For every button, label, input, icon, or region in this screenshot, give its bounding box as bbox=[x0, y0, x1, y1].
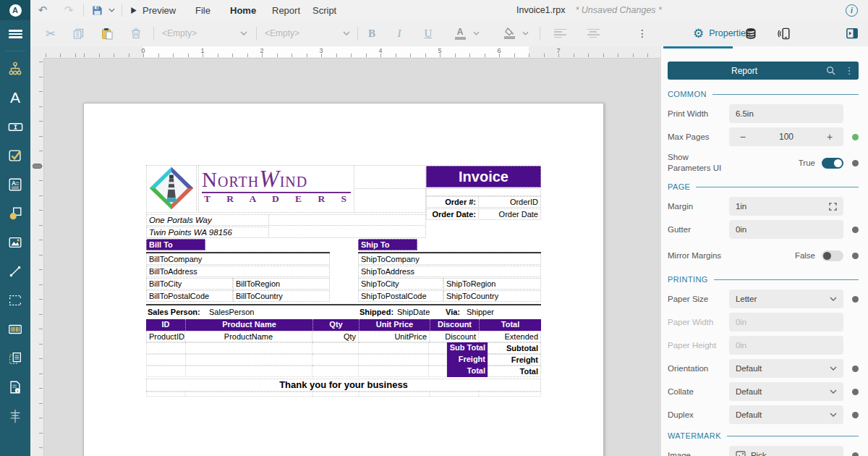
tool-field-list[interactable] bbox=[0, 402, 30, 431]
margin-input[interactable]: 1in bbox=[729, 197, 843, 216]
toolbox-menu-button[interactable] bbox=[0, 20, 30, 48]
duplex-dropdown[interactable]: Default bbox=[729, 405, 843, 424]
bill-to-company-field[interactable]: BillToCompany bbox=[146, 253, 330, 265]
font-color-button[interactable]: A bbox=[450, 23, 470, 43]
mirror-margins-toggle[interactable] bbox=[822, 250, 843, 261]
ship-to-postal-field[interactable]: ShipToPostalCode bbox=[358, 290, 443, 302]
align-left-button[interactable] bbox=[550, 23, 570, 43]
shipper-field[interactable]: Shipper bbox=[467, 308, 494, 316]
sales-person-field[interactable]: SalesPerson bbox=[209, 308, 254, 316]
collate-dropdown[interactable]: Default bbox=[729, 382, 843, 401]
paper-size-dropdown[interactable]: Letter bbox=[729, 290, 843, 308]
paste-button[interactable] bbox=[97, 23, 117, 43]
changed-indicator-dot[interactable] bbox=[852, 134, 859, 140]
header-product-name[interactable]: Product Name bbox=[185, 319, 312, 331]
property-search-button[interactable] bbox=[821, 66, 840, 75]
freight-field[interactable]: Freight bbox=[488, 354, 541, 366]
font-name-dropdown[interactable]: <Empty> bbox=[162, 25, 247, 41]
thank-you-label[interactable]: Thank you for your business bbox=[146, 379, 541, 392]
header-id[interactable]: ID bbox=[146, 319, 185, 331]
align-center-button[interactable] bbox=[583, 23, 603, 43]
ship-to-address-field[interactable]: ShipToAddress bbox=[358, 266, 541, 277]
empty-cell[interactable] bbox=[269, 214, 426, 226]
property-state-dot[interactable] bbox=[852, 412, 859, 418]
property-menu-button[interactable]: ⋮ bbox=[840, 65, 859, 76]
italic-button[interactable]: I bbox=[389, 23, 409, 43]
delete-button[interactable] bbox=[126, 23, 146, 43]
invoice-title[interactable]: Invoice bbox=[426, 166, 541, 187]
extended-field[interactable]: Extended bbox=[479, 331, 541, 342]
bill-to-city-field[interactable]: BillToCity bbox=[146, 278, 233, 290]
ship-to-city-field[interactable]: ShipToCity bbox=[358, 278, 443, 290]
company-address-line1[interactable]: One Portals Way bbox=[146, 214, 269, 226]
bill-to-header[interactable]: Bill To bbox=[146, 239, 205, 250]
preview-button[interactable]: Preview bbox=[127, 0, 179, 20]
property-state-dot[interactable] bbox=[852, 452, 859, 456]
unit-price-field[interactable]: UnitPrice bbox=[359, 331, 430, 342]
more-options-button[interactable]: ⋮ bbox=[632, 23, 652, 43]
empty-cell[interactable] bbox=[426, 188, 541, 196]
tool-label[interactable]: A bbox=[0, 83, 30, 112]
header-total[interactable]: Total bbox=[479, 319, 541, 331]
tool-textbox[interactable] bbox=[0, 112, 30, 141]
section-marker[interactable] bbox=[33, 164, 42, 169]
via-label[interactable]: Via: bbox=[446, 308, 460, 316]
decrement-button[interactable]: − bbox=[729, 131, 757, 143]
bill-to-country-field[interactable]: BillToCountry bbox=[233, 290, 330, 302]
paper-width-input[interactable]: 0in bbox=[729, 313, 843, 332]
order-date-field[interactable]: Order Date bbox=[478, 208, 541, 220]
tab-data[interactable] bbox=[741, 23, 761, 43]
toggle-panel-button[interactable] bbox=[842, 23, 862, 43]
tool-page-break[interactable] bbox=[0, 286, 30, 315]
tool-checkbox[interactable] bbox=[0, 141, 30, 170]
ship-to-country-field[interactable]: ShipToCountry bbox=[443, 290, 541, 302]
product-id-field[interactable]: ProductID bbox=[146, 331, 185, 342]
bold-button[interactable]: B bbox=[362, 23, 382, 43]
header-unit-price[interactable]: Unit Price bbox=[359, 319, 430, 331]
redo-button[interactable]: ↷ bbox=[60, 0, 77, 20]
property-state-dot[interactable] bbox=[852, 160, 859, 166]
brand-textbox[interactable]: NorthWind T R A D E R S bbox=[198, 165, 354, 213]
selected-element-button[interactable]: Report ⋮ bbox=[668, 62, 859, 80]
header-discount[interactable]: Discount bbox=[430, 319, 479, 331]
undo-button[interactable]: ↶ bbox=[34, 0, 51, 20]
fill-color-button[interactable] bbox=[499, 23, 519, 43]
menu-report[interactable]: Report bbox=[269, 0, 303, 20]
font-size-dropdown[interactable]: <Empty> bbox=[265, 25, 350, 41]
info-button[interactable]: i bbox=[846, 4, 858, 17]
report-page[interactable]: NorthWind T R A D E R S Invoice Order #:… bbox=[83, 103, 604, 456]
tool-shape[interactable] bbox=[0, 199, 30, 228]
header-qty[interactable]: Qty bbox=[312, 319, 359, 331]
watermark-image-pick-button[interactable]: Pick... bbox=[729, 446, 843, 456]
bill-to-address-field[interactable]: BillToAddress bbox=[146, 266, 330, 277]
max-pages-value[interactable]: 100 bbox=[757, 132, 816, 142]
property-state-dot[interactable] bbox=[852, 227, 859, 233]
property-state-dot[interactable] bbox=[852, 389, 859, 395]
property-state-dot[interactable] bbox=[852, 253, 859, 259]
print-width-input[interactable]: 6.5in bbox=[729, 104, 843, 123]
empty-cell[interactable] bbox=[269, 227, 426, 238]
tool-subreport[interactable] bbox=[0, 344, 30, 373]
empty-cell[interactable] bbox=[354, 189, 426, 213]
copy-button[interactable] bbox=[68, 23, 88, 43]
subtotal-field[interactable]: Subtotal bbox=[488, 342, 541, 354]
bill-to-postal-field[interactable]: BillToPostalCode bbox=[146, 290, 233, 302]
bill-to-region-field[interactable]: BillToRegion bbox=[233, 278, 330, 290]
sales-person-label[interactable]: Sales Person: bbox=[148, 308, 200, 316]
ship-date-field[interactable]: ShipDate bbox=[397, 308, 430, 316]
product-name-field[interactable]: ProductName bbox=[185, 331, 312, 342]
grand-total-label[interactable]: Total bbox=[447, 366, 488, 377]
increment-button[interactable]: + bbox=[816, 131, 843, 143]
ship-to-region-field[interactable]: ShipToRegion bbox=[443, 278, 541, 290]
font-color-chevron[interactable] bbox=[470, 23, 482, 43]
fill-color-chevron[interactable] bbox=[519, 23, 531, 43]
freight-label[interactable]: Freight bbox=[447, 354, 488, 366]
show-parameters-toggle[interactable] bbox=[822, 158, 843, 169]
save-menu-chevron[interactable] bbox=[106, 0, 117, 20]
expand-icon[interactable] bbox=[829, 203, 837, 211]
order-date-label[interactable]: Order Date: bbox=[426, 208, 479, 220]
menu-file[interactable]: File bbox=[192, 0, 213, 20]
tool-image[interactable] bbox=[0, 228, 30, 257]
property-state-dot[interactable] bbox=[852, 296, 859, 303]
tool-report-info[interactable]: i bbox=[0, 373, 30, 402]
